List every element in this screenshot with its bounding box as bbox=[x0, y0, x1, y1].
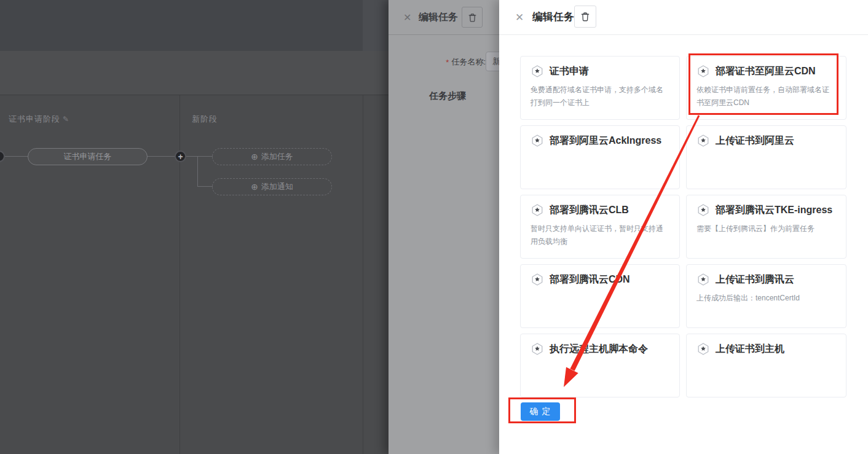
task-card-title: 执行远程主机脚本命令 bbox=[550, 343, 648, 356]
task-hexagon-icon bbox=[696, 65, 710, 78]
card-header: 上传证书到主机 bbox=[696, 342, 836, 356]
task-name-input[interactable]: 新 bbox=[486, 52, 499, 71]
stage-title-text: 证书申请阶段 bbox=[9, 114, 60, 123]
stage-divider-2 bbox=[363, 95, 363, 454]
task-card-1[interactable]: 证书申请 免费通配符域名证书申请，支持多个域名打到同一个证书上 bbox=[520, 56, 680, 120]
add-notice-label: 添加通知 bbox=[261, 181, 293, 192]
task-node-cert-apply[interactable]: 证书申请任务 bbox=[28, 148, 148, 165]
task-card-title: 部署到腾讯云CDN bbox=[550, 273, 630, 286]
card-header: 部署证书至阿里云CDN bbox=[696, 65, 836, 78]
delete-task-button[interactable] bbox=[574, 6, 596, 28]
drawer-header: ✕ 编辑任务 bbox=[389, 0, 499, 35]
task-card-grid: 证书申请 免费通配符域名证书申请，支持多个域名打到同一个证书上 部署证书至阿里云… bbox=[520, 56, 847, 397]
circle-plus-icon: ⊕ bbox=[251, 182, 258, 191]
task-hexagon-icon bbox=[696, 134, 710, 147]
task-card-title: 上传证书到主机 bbox=[716, 343, 784, 356]
task-card-title: 上传证书到腾讯云 bbox=[716, 273, 794, 286]
task-card-description: 上传成功后输出：tencentCertId bbox=[696, 292, 836, 305]
workflow-canvas: 证书申请阶段✎ 新阶段 + 证书申请任务 ⊕ 添加任务 ⊕ bbox=[0, 95, 389, 454]
task-name-field-label: * 任务名称: bbox=[389, 57, 486, 68]
app-root: 证书申请阶段✎ 新阶段 + 证书申请任务 ⊕ 添加任务 ⊕ bbox=[0, 0, 868, 454]
task-name-value: 新 bbox=[492, 56, 499, 67]
drawer-header: ✕ 编辑任务 bbox=[499, 0, 868, 35]
task-hexagon-icon bbox=[531, 134, 544, 147]
task-card-10[interactable]: 上传证书到主机 bbox=[686, 334, 846, 397]
circle-plus-icon: ⊕ bbox=[251, 152, 258, 161]
card-header: 部署到腾讯云CDN bbox=[531, 273, 669, 286]
task-card-6[interactable]: 部署到腾讯云TKE-ingress 需要【上传到腾讯云】作为前置任务 bbox=[686, 195, 846, 259]
task-card-2[interactable]: 部署证书至阿里云CDN 依赖证书申请前置任务，自动部署域名证书至阿里云CDN bbox=[686, 56, 846, 120]
task-hexagon-icon bbox=[531, 342, 544, 356]
confirm-button[interactable]: 确 定 bbox=[521, 402, 560, 421]
drawer-title: 编辑任务 bbox=[419, 11, 458, 24]
task-card-description: 暂时只支持单向认证证书，暂时只支持通用负载均衡 bbox=[531, 222, 669, 248]
task-card-5[interactable]: 部署到腾讯云CLB 暂时只支持单向认证证书，暂时只支持通用负载均衡 bbox=[520, 195, 680, 259]
card-header: 上传证书到腾讯云 bbox=[696, 273, 836, 286]
task-card-title: 证书申请 bbox=[550, 65, 589, 78]
task-card-title: 部署到阿里云AckIngress bbox=[550, 135, 661, 147]
task-card-8[interactable]: 上传证书到腾讯云 上传成功后输出：tencentCertId bbox=[686, 264, 846, 328]
card-header: 部署到腾讯云CLB bbox=[531, 203, 669, 217]
task-hexagon-icon bbox=[696, 203, 710, 217]
page-toolbar-band bbox=[0, 51, 389, 95]
card-header: 部署到腾讯云TKE-ingress bbox=[696, 203, 836, 217]
task-node-label: 证书申请任务 bbox=[64, 151, 112, 162]
close-icon[interactable]: ✕ bbox=[515, 11, 524, 24]
drawer-title: 编辑任务 bbox=[532, 10, 574, 24]
task-card-4[interactable]: 上传证书到阿里云 bbox=[686, 125, 846, 189]
add-stage-plus-button[interactable]: + bbox=[175, 151, 186, 162]
task-steps-heading: 任务步骤 bbox=[429, 90, 466, 102]
card-header: 证书申请 bbox=[531, 65, 669, 78]
edge-line bbox=[197, 186, 213, 187]
task-hexagon-icon bbox=[531, 65, 544, 78]
task-card-3[interactable]: 部署到阿里云AckIngress bbox=[520, 125, 680, 189]
edit-pencil-icon[interactable]: ✎ bbox=[63, 115, 69, 123]
stage-title-text: 新阶段 bbox=[192, 114, 218, 123]
close-icon[interactable]: ✕ bbox=[403, 12, 411, 23]
task-hexagon-icon bbox=[531, 203, 544, 217]
edge-line bbox=[148, 156, 176, 157]
add-notice-button[interactable]: ⊕ 添加通知 bbox=[212, 178, 332, 195]
task-hexagon-icon bbox=[696, 273, 710, 286]
task-name-label-text: 任务名称: bbox=[451, 57, 486, 68]
stage-title-new: 新阶段 bbox=[192, 114, 218, 125]
stage-divider-1 bbox=[180, 95, 180, 454]
task-card-description: 依赖证书申请前置任务，自动部署域名证书至阿里云CDN bbox=[696, 84, 836, 109]
edge-line bbox=[186, 156, 213, 157]
card-header: 执行远程主机脚本命令 bbox=[531, 342, 669, 356]
task-card-7[interactable]: 部署到腾讯云CDN bbox=[520, 264, 680, 328]
task-card-title: 部署到腾讯云CLB bbox=[550, 204, 629, 217]
trash-icon bbox=[580, 11, 591, 22]
stage-title-cert-apply: 证书申请阶段✎ bbox=[9, 114, 69, 125]
page-header-band-right bbox=[363, 0, 389, 51]
start-node bbox=[0, 151, 5, 162]
task-card-title: 部署到腾讯云TKE-ingress bbox=[716, 204, 832, 217]
task-card-title: 部署证书至阿里云CDN bbox=[716, 65, 816, 78]
task-hexagon-icon bbox=[696, 342, 710, 356]
add-task-label: 添加任务 bbox=[261, 151, 293, 162]
edit-task-drawer-back: ✕ 编辑任务 * 任务名称: 新 任务步骤 bbox=[389, 0, 499, 454]
task-hexagon-icon bbox=[531, 273, 544, 286]
workflow-page: 证书申请阶段✎ 新阶段 + 证书申请任务 ⊕ 添加任务 ⊕ bbox=[0, 0, 389, 454]
task-card-title: 上传证书到阿里云 bbox=[716, 135, 794, 147]
edge-line bbox=[197, 157, 198, 187]
task-card-9[interactable]: 执行远程主机脚本命令 bbox=[520, 334, 680, 397]
page-header-band bbox=[0, 0, 389, 51]
add-task-button[interactable]: ⊕ 添加任务 bbox=[212, 148, 332, 165]
trash-icon bbox=[467, 12, 478, 23]
edit-task-drawer: ✕ 编辑任务 证书申请 免费通配符域名证书申请，支持多个域名打到同一个证书上 bbox=[499, 0, 868, 454]
plus-icon: + bbox=[178, 152, 183, 161]
task-card-description: 需要【上传到腾讯云】作为前置任务 bbox=[696, 222, 836, 235]
delete-task-button[interactable] bbox=[462, 7, 483, 28]
card-header: 上传证书到阿里云 bbox=[696, 134, 836, 147]
task-card-description: 免费通配符域名证书申请，支持多个域名打到同一个证书上 bbox=[531, 84, 669, 109]
required-asterisk: * bbox=[446, 58, 449, 67]
card-header: 部署到阿里云AckIngress bbox=[531, 134, 669, 147]
